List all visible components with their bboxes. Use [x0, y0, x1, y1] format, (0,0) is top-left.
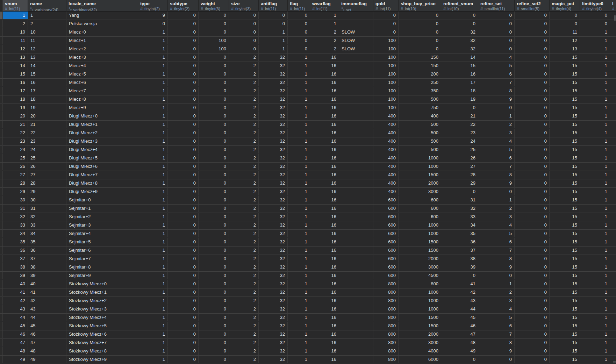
- cell-refine_set[interactable]: 6: [478, 238, 515, 246]
- cell-magic_pct[interactable]: 15: [550, 104, 580, 112]
- cell-type[interactable]: 1: [138, 255, 168, 263]
- cell-size[interactable]: 2: [229, 347, 259, 355]
- cell-limittype0[interactable]: 1: [580, 247, 610, 254]
- cell-shop_buy_price[interactable]: 500: [399, 146, 441, 154]
- cell-immuneflag[interactable]: [339, 12, 373, 19]
- cell-immuneflag[interactable]: [339, 255, 373, 263]
- cell-gold[interactable]: 400: [373, 129, 399, 137]
- row-gutter[interactable]: [0, 179, 3, 187]
- cell-size[interactable]: 2: [229, 230, 259, 237]
- cell-weight[interactable]: 100: [199, 45, 229, 53]
- cell-limit_truncated[interactable]: [610, 196, 616, 204]
- cell-antiflag[interactable]: 32: [259, 322, 288, 330]
- cell-refined_vnum[interactable]: 21: [441, 112, 478, 120]
- cell-name[interactable]: 11: [28, 37, 66, 44]
- cell-shop_buy_price[interactable]: 2000: [399, 179, 441, 187]
- cell-vnum[interactable]: 16: [3, 79, 28, 86]
- cell-size[interactable]: 2: [229, 288, 259, 296]
- cell-magic_pct[interactable]: 15: [550, 288, 580, 296]
- cell-subtype[interactable]: 0: [168, 104, 199, 112]
- cell-antiflag[interactable]: 32: [259, 255, 288, 263]
- cell-flag[interactable]: 1: [288, 171, 310, 179]
- cell-flag[interactable]: 1: [288, 230, 310, 237]
- cell-limit_truncated[interactable]: [610, 146, 616, 154]
- cell-magic_pct[interactable]: 15: [550, 356, 580, 363]
- cell-shop_buy_price[interactable]: 150: [399, 62, 441, 70]
- cell-antiflag[interactable]: 0: [259, 12, 288, 19]
- cell-type[interactable]: 1: [138, 53, 168, 61]
- cell-vnum[interactable]: 19: [3, 104, 28, 112]
- cell-refined_vnum[interactable]: 0: [441, 20, 478, 28]
- cell-refine_set[interactable]: 0: [478, 12, 515, 19]
- cell-name[interactable]: 16: [28, 79, 66, 86]
- cell-antiflag[interactable]: 32: [259, 213, 288, 221]
- cell-refine_set2[interactable]: 0: [515, 121, 550, 128]
- cell-gold[interactable]: 0: [373, 28, 399, 36]
- cell-gold[interactable]: 800: [373, 305, 399, 313]
- cell-limittype0[interactable]: 1: [580, 171, 610, 179]
- cell-gold[interactable]: 100: [373, 79, 399, 86]
- column-header-wearflag[interactable]: wearflag#int(11): [310, 0, 339, 12]
- cell-flag[interactable]: 1: [288, 339, 310, 347]
- cell-immuneflag[interactable]: [339, 330, 373, 338]
- cell-antiflag[interactable]: 32: [259, 87, 288, 95]
- cell-limit_truncated[interactable]: [610, 20, 616, 28]
- cell-type[interactable]: 1: [138, 322, 168, 330]
- cell-immuneflag[interactable]: [339, 188, 373, 195]
- cell-subtype[interactable]: 0: [168, 163, 199, 170]
- cell-name[interactable]: 2: [28, 20, 66, 28]
- cell-type[interactable]: 1: [138, 146, 168, 154]
- row-gutter[interactable]: [0, 330, 3, 338]
- cell-antiflag[interactable]: 32: [259, 79, 288, 86]
- cell-immuneflag[interactable]: [339, 20, 373, 28]
- cell-locale_name[interactable]: Stożkowy Miecz+7: [66, 339, 138, 347]
- column-header-refine_set[interactable]: refine_set#smallint(11): [478, 0, 515, 12]
- cell-name[interactable]: 35: [28, 238, 66, 246]
- cell-wearflag[interactable]: 16: [310, 263, 339, 271]
- cell-refined_vnum[interactable]: 47: [441, 330, 478, 338]
- cell-refine_set2[interactable]: 0: [515, 205, 550, 212]
- cell-limit_truncated[interactable]: [610, 230, 616, 237]
- cell-limittype0[interactable]: 1: [580, 163, 610, 170]
- cell-wearflag[interactable]: 16: [310, 330, 339, 338]
- cell-locale_name[interactable]: Miecz+5: [66, 70, 138, 78]
- cell-name[interactable]: 15: [28, 70, 66, 78]
- cell-limit_truncated[interactable]: [610, 213, 616, 221]
- cell-refine_set2[interactable]: 0: [515, 196, 550, 204]
- cell-refine_set[interactable]: 1: [478, 196, 515, 204]
- cell-shop_buy_price[interactable]: 150: [399, 53, 441, 61]
- cell-shop_buy_price[interactable]: 800: [399, 280, 441, 288]
- cell-immuneflag[interactable]: [339, 163, 373, 170]
- cell-size[interactable]: 0: [229, 45, 259, 53]
- cell-vnum[interactable]: 14: [3, 62, 28, 70]
- cell-refined_vnum[interactable]: 37: [441, 247, 478, 254]
- cell-vnum[interactable]: 2: [3, 20, 28, 28]
- cell-size[interactable]: 2: [229, 188, 259, 195]
- cell-name[interactable]: 20: [28, 112, 66, 120]
- cell-flag[interactable]: 1: [288, 330, 310, 338]
- cell-size[interactable]: 2: [229, 297, 259, 305]
- cell-flag[interactable]: 1: [288, 305, 310, 313]
- cell-refined_vnum[interactable]: 39: [441, 263, 478, 271]
- cell-locale_name[interactable]: Stożkowy Miecz+9: [66, 356, 138, 363]
- cell-shop_buy_price[interactable]: 1000: [399, 288, 441, 296]
- cell-name[interactable]: 36: [28, 247, 66, 254]
- cell-refine_set[interactable]: 9: [478, 263, 515, 271]
- cell-limit_truncated[interactable]: [610, 263, 616, 271]
- cell-refined_vnum[interactable]: 14: [441, 53, 478, 61]
- cell-vnum[interactable]: 47: [3, 339, 28, 347]
- cell-refined_vnum[interactable]: 32: [441, 37, 478, 44]
- cell-locale_name[interactable]: Długi Miecz+1: [66, 121, 138, 128]
- cell-name[interactable]: 24: [28, 146, 66, 154]
- cell-type[interactable]: 1: [138, 205, 168, 212]
- cell-antiflag[interactable]: 32: [259, 154, 288, 162]
- cell-name[interactable]: 13: [28, 53, 66, 61]
- cell-subtype[interactable]: 0: [168, 146, 199, 154]
- cell-wearflag[interactable]: 16: [310, 196, 339, 204]
- cell-gold[interactable]: 100: [373, 62, 399, 70]
- column-header-limit_truncated[interactable]: l#: [610, 0, 616, 12]
- cell-immuneflag[interactable]: [339, 129, 373, 137]
- cell-type[interactable]: 1: [138, 79, 168, 86]
- cell-immuneflag[interactable]: [339, 79, 373, 86]
- cell-size[interactable]: 2: [229, 221, 259, 229]
